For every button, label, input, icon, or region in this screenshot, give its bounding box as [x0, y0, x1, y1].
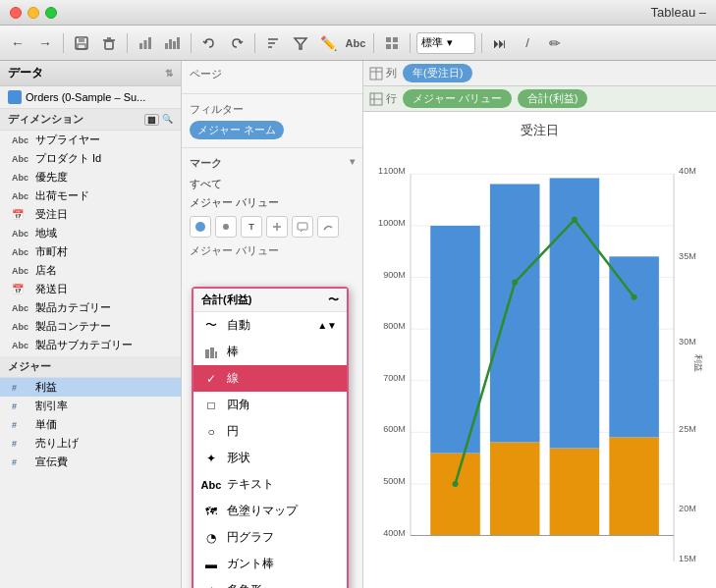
dropdown-item-bar[interactable]: 棒 [193, 339, 347, 365]
toolbar-separator-7 [481, 33, 482, 53]
dropdown-item-square[interactable]: □ 四角 [193, 392, 347, 418]
field-出荷モード[interactable]: Abc出荷モード [0, 187, 181, 205]
filter-pill[interactable]: メジャー ネーム [190, 121, 284, 139]
svg-text:1000M: 1000M [378, 218, 406, 228]
field-製品サブカテゴリー[interactable]: Abc製品サブカテゴリー [0, 336, 181, 354]
bar-2012-orange [609, 437, 659, 535]
svg-rect-1 [79, 37, 84, 42]
chart-btn-1[interactable] [134, 31, 157, 55]
mark-detail-btn[interactable] [266, 216, 288, 238]
dropdown-item-gantt[interactable]: ▬ ガント棒 [193, 551, 347, 577]
dropdown-item-circle[interactable]: ○ 円 [193, 418, 347, 445]
dropdown-item-pie[interactable]: ◔ 円グラフ [193, 524, 347, 551]
data-source[interactable]: Orders (0-Sample – Su... [0, 86, 181, 109]
svg-marker-16 [295, 38, 306, 49]
svg-text:500M: 500M [383, 476, 406, 486]
field-発送日[interactable]: 📅発送日 [0, 280, 181, 298]
svg-text:400M: 400M [383, 528, 406, 538]
abc-btn[interactable]: Abc [344, 31, 367, 55]
dropdown-item-polygon[interactable]: ◇ 多角形 [193, 577, 347, 588]
dimensions-header: ディメンション ▦ 🔍 [0, 109, 181, 131]
data-source-icon [8, 90, 22, 104]
field-サプライヤー[interactable]: Abcサプライヤー [0, 131, 181, 149]
chart-btn-2[interactable] [161, 31, 185, 55]
field-受注日[interactable]: 📅受注日 [0, 205, 181, 224]
mark-path-btn[interactable] [317, 216, 339, 238]
save-button[interactable] [70, 31, 93, 55]
square-icon: □ [203, 399, 219, 412]
column-shelf: 列 年(受注日) [363, 61, 716, 86]
svg-rect-17 [386, 37, 391, 42]
row-pill-measure[interactable]: メジャー バリュー [403, 89, 512, 108]
column-shelf-label: 列 [369, 66, 397, 80]
bar-2009-blue [430, 226, 480, 454]
column-pill-year[interactable]: 年(受注日) [403, 64, 472, 82]
slash-btn[interactable]: / [516, 31, 539, 55]
chart-container: 1100M 1000M 900M 800M 700M 600M 500M 400… [373, 144, 706, 571]
mark-color-btn[interactable] [190, 216, 211, 238]
field-製品カテゴリー[interactable]: Abc製品カテゴリー [0, 298, 181, 317]
field-割引率[interactable]: #割引率 [0, 397, 181, 415]
row-pill-profit[interactable]: 合計(利益) [518, 89, 587, 108]
marks-section: マーク ▾ すべて メジャー バリュー T [182, 150, 362, 268]
svg-rect-7 [144, 40, 147, 49]
pages-shelf: ページ [182, 61, 362, 91]
bar-2010-blue [490, 184, 540, 442]
svg-text:25M: 25M [679, 424, 696, 434]
pencil2-btn[interactable]: ✏ [543, 31, 567, 55]
pages-label: ページ [190, 67, 355, 81]
field-利益[interactable]: #利益 [0, 378, 181, 397]
filter-btn[interactable] [289, 31, 312, 55]
dimensions-list: Abcサプライヤー Abcプロダクト Id Abc優先度 Abc出荷モード 📅受… [0, 131, 181, 356]
svg-rect-20 [393, 44, 398, 49]
close-button[interactable] [10, 7, 22, 19]
undo-button[interactable] [197, 31, 221, 55]
field-市町村[interactable]: Abc市町村 [0, 242, 181, 261]
field-地域[interactable]: Abc地域 [0, 224, 181, 242]
main-layout: データ ⇅ Orders (0-Sample – Su... ディメンション ▦… [0, 61, 716, 588]
marks-label: マーク ▾ [190, 156, 355, 171]
svg-rect-6 [139, 43, 142, 49]
back-button[interactable]: ← [6, 31, 29, 55]
right-panel: 列 年(受注日) 行 メジャー バリュー 合計(利益) 受注日 1100M 10… [363, 61, 716, 588]
svg-rect-12 [177, 37, 180, 49]
grid-btn[interactable] [380, 31, 404, 55]
mark-type-dropdown[interactable]: 合計(利益) 〜 〜 自動 ▲▼ 棒 ✓ 線 □ 四角 [192, 287, 349, 588]
toolbar-separator-2 [127, 33, 128, 53]
marks-type: メジャー バリュー [190, 193, 355, 216]
sort-btn[interactable] [261, 31, 285, 55]
field-売り上げ[interactable]: #売り上げ [0, 434, 181, 453]
mark-label-btn[interactable]: T [241, 216, 262, 238]
delete-button[interactable] [97, 31, 121, 55]
svg-rect-27 [205, 349, 209, 358]
chart-svg: 1100M 1000M 900M 800M 700M 600M 500M 400… [373, 144, 706, 571]
window-title: Tableau – [651, 5, 706, 20]
field-単価[interactable]: #単価 [0, 415, 181, 434]
skip-end-btn[interactable]: ⏭ [488, 31, 512, 55]
format-dropdown[interactable]: 標準 ▾ [416, 32, 475, 54]
forward-button[interactable]: → [33, 31, 57, 55]
mark-size-btn[interactable] [215, 216, 237, 238]
toolbar-separator-6 [410, 33, 411, 53]
dropdown-item-text[interactable]: Abc テキスト [193, 471, 347, 498]
bar-2011-orange [550, 449, 600, 536]
mark-tooltip-btn[interactable] [292, 216, 313, 238]
redo-button[interactable] [225, 31, 248, 55]
maximize-button[interactable] [45, 7, 57, 19]
dropdown-item-auto[interactable]: 〜 自動 ▲▼ [193, 312, 347, 339]
minimize-button[interactable] [28, 7, 39, 19]
bar-icon [203, 346, 219, 359]
field-製品コンテナー[interactable]: Abc製品コンテナー [0, 317, 181, 336]
dropdown-item-shape[interactable]: ✦ 形状 [193, 445, 347, 471]
field-宣伝費[interactable]: #宣伝費 [0, 453, 181, 471]
dropdown-item-line[interactable]: ✓ 線 [193, 365, 347, 392]
dropdown-item-filledmap[interactable]: 🗺 色塗りマップ [193, 498, 347, 524]
marks-mj-label: メジャー バリュー [190, 243, 355, 258]
field-優先度[interactable]: Abc優先度 [0, 168, 181, 187]
pencil-btn[interactable]: ✏️ [316, 31, 340, 55]
polygon-icon: ◇ [203, 584, 219, 589]
field-店名[interactable]: Abc店名 [0, 261, 181, 280]
middle-panel: ページ フィルター メジャー ネーム マーク ▾ すべて メジャー バリュー [182, 61, 363, 588]
field-プロダクト[interactable]: Abcプロダクト Id [0, 149, 181, 168]
svg-rect-11 [173, 41, 176, 49]
